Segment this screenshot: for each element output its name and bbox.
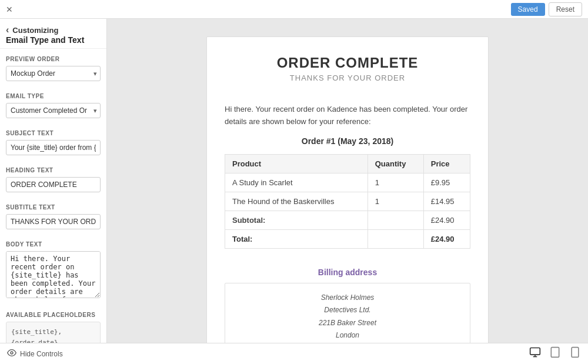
total-empty <box>368 229 423 248</box>
billing-company: Detectives Ltd. <box>233 304 462 317</box>
mobile-icon[interactable] <box>569 346 581 361</box>
heading-text-input[interactable] <box>6 177 101 192</box>
billing-box: Sherlock Holmes Detectives Ltd. 221B Bak… <box>225 283 470 343</box>
preview-order-select[interactable]: Mockup Order <box>6 66 101 81</box>
hide-controls-label: Hide Controls <box>20 350 63 358</box>
subtitle-text-section: SUBTITLE TEXT <box>0 197 106 234</box>
billing-address: 221B Baker Street <box>233 317 462 330</box>
col-product: Product <box>225 154 368 173</box>
email-type-section: EMAIL TYPE Customer Completed Order <box>0 86 106 123</box>
body-text-section: BODY TEXT Hi there. Your recent order on… <box>0 234 106 305</box>
price-1: £9.95 <box>423 173 470 192</box>
col-price: Price <box>423 154 470 173</box>
email-title: ORDER COMPLETE <box>219 55 476 71</box>
sidebar-title: Email Type and Text <box>6 35 101 45</box>
bottom-bar: Hide Controls <box>0 343 588 364</box>
total-value: £24.90 <box>423 229 470 248</box>
order-table: Product Quantity Price A Study in Scarle… <box>225 154 470 249</box>
billing-section: Billing address Sherlock Holmes Detectiv… <box>207 258 488 343</box>
placeholders-box: {site_title}, {order_date},{order_number… <box>6 322 101 343</box>
product-2: The Hound of the Baskervilles <box>225 192 368 211</box>
price-2: £14.95 <box>423 192 470 211</box>
subtotal-value: £24.90 <box>423 211 470 229</box>
table-row: Subtotal: £24.90 <box>225 211 470 229</box>
billing-title: Billing address <box>225 268 470 277</box>
subtotal-empty <box>368 211 423 229</box>
svg-rect-3 <box>530 348 540 355</box>
heading-text-section: HEADING TEXT <box>0 160 106 197</box>
table-row: A Study in Scarlet 1 £9.95 <box>225 173 470 192</box>
email-card: ORDER COMPLETE THANKS FOR YOUR ORDER Hi … <box>206 36 489 343</box>
quantity-2: 1 <box>368 192 423 211</box>
preview-order-label: PREVIEW ORDER <box>6 56 101 62</box>
email-type-select-wrap: Customer Completed Order <box>6 103 101 118</box>
email-subtitle: THANKS FOR YOUR ORDER <box>219 74 476 82</box>
billing-name: Sherlock Holmes <box>233 292 462 305</box>
body-text-input[interactable]: Hi there. Your recent order on {site_tit… <box>6 251 101 298</box>
sidebar-back[interactable]: ‹ Customizing <box>6 25 101 35</box>
subtitle-text-label: SUBTITLE TEXT <box>6 204 101 211</box>
desktop-icon[interactable] <box>529 346 541 361</box>
placeholders-text: {site_title}, {order_date},{order_number… <box>11 328 97 343</box>
email-header: ORDER COMPLETE THANKS FOR YOUR ORDER <box>207 37 488 94</box>
sidebar-customizing-label: Customizing <box>12 26 58 35</box>
main-layout: ‹ Customizing Email Type and Text PREVIE… <box>0 19 588 343</box>
sidebar: ‹ Customizing Email Type and Text PREVIE… <box>0 19 107 343</box>
email-greeting: Hi there. Your recent order on Kadence h… <box>225 103 470 128</box>
preview-area: ORDER COMPLETE THANKS FOR YOUR ORDER Hi … <box>107 19 588 343</box>
placeholders-label: AVAILABLE PLACEHOLDERS <box>6 312 101 318</box>
email-type-select[interactable]: Customer Completed Order <box>6 103 101 118</box>
product-1: A Study in Scarlet <box>225 173 368 192</box>
top-bar: ✕ Saved Reset <box>0 0 588 19</box>
subtotal-label: Subtotal: <box>225 211 368 229</box>
total-label: Total: <box>225 229 368 248</box>
bottom-icons <box>529 346 581 361</box>
sidebar-header: ‹ Customizing Email Type and Text <box>0 19 106 49</box>
preview-order-select-wrap: Mockup Order <box>6 66 101 81</box>
eye-icon <box>7 348 16 359</box>
back-arrow-icon: ‹ <box>6 25 9 35</box>
subtitle-text-input[interactable] <box>6 214 101 229</box>
subject-text-input[interactable] <box>6 140 101 155</box>
table-row: Total: £24.90 <box>225 229 470 248</box>
table-row: The Hound of the Baskervilles 1 £14.95 <box>225 192 470 211</box>
preview-order-section: PREVIEW ORDER Mockup Order <box>0 49 106 86</box>
svg-point-2 <box>11 352 13 354</box>
body-text-label: BODY TEXT <box>6 241 101 248</box>
col-quantity: Quantity <box>368 154 423 173</box>
tablet-icon[interactable] <box>549 346 561 361</box>
reset-button[interactable]: Reset <box>549 2 582 16</box>
heading-text-label: HEADING TEXT <box>6 167 101 173</box>
quantity-1: 1 <box>368 173 423 192</box>
subject-text-label: SUBJECT TEXT <box>6 130 101 136</box>
saved-button[interactable]: Saved <box>511 3 545 16</box>
billing-city: London <box>233 329 462 342</box>
subject-text-section: SUBJECT TEXT <box>0 123 106 160</box>
hide-controls-button[interactable]: Hide Controls <box>7 348 63 359</box>
email-type-label: EMAIL TYPE <box>6 93 101 99</box>
close-icon[interactable]: ✕ <box>6 5 13 14</box>
email-body: Hi there. Your recent order on Kadence h… <box>207 94 488 258</box>
placeholders-section: AVAILABLE PLACEHOLDERS {site_title}, {or… <box>0 305 106 343</box>
email-order-title: Order #1 (May 23, 2018) <box>225 136 470 146</box>
